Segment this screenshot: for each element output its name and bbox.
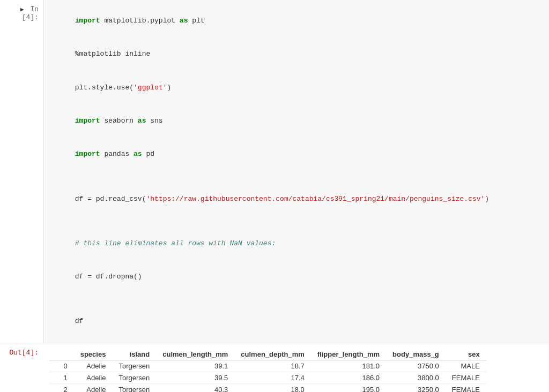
table-row: 0 Adelie Torgersen 39.1 18.7 181.0 3750.… <box>49 360 486 372</box>
code-line-blank2 <box>50 216 543 227</box>
col-header-species: species <box>74 349 113 360</box>
code-content-4[interactable]: import matplotlib.pyplot as plt %matplot… <box>43 0 549 343</box>
row-culmen-depth: 18.7 <box>234 360 310 372</box>
code-line-blank3 <box>50 294 543 305</box>
col-header-culmen-depth: culmen_depth_mm <box>234 349 310 360</box>
code-cell-4: ▶ In [4]: import matplotlib.pyplot as pl… <box>0 0 549 343</box>
code-line-blank1 <box>50 171 543 183</box>
output-content-4: species island culmen_length_mm culmen_d… <box>43 343 549 392</box>
code-line-7: # this line eliminates all rows with NaN… <box>50 227 543 260</box>
row-species: Adelie <box>74 360 113 372</box>
row-body-mass: 3750.0 <box>386 360 446 372</box>
row-index: 0 <box>49 360 74 372</box>
output-label-4: Out[4]: <box>9 349 39 357</box>
row-flipper-length: 181.0 <box>311 360 386 372</box>
code-line-1: import matplotlib.pyplot as plt <box>50 4 543 37</box>
col-header-culmen-length: culmen_length_mm <box>156 349 234 360</box>
col-header-index <box>49 349 74 360</box>
table-row: 2 Adelie Torgersen 40.3 18.0 195.0 3250.… <box>49 383 486 392</box>
cell-label-4: In [4]: <box>22 5 39 21</box>
col-header-island: island <box>112 349 156 360</box>
table-row: 1 Adelie Torgersen 39.5 17.4 186.0 3800.… <box>49 372 486 383</box>
code-line-6: df = pd.read_csv('https://raw.githubuser… <box>50 183 543 216</box>
code-line-8: df = df.dropna() <box>50 260 543 293</box>
output-gutter-4: Out[4]: <box>0 343 43 392</box>
col-header-flipper-length: flipper_length_mm <box>311 349 386 360</box>
dataframe-table: species island culmen_length_mm culmen_d… <box>49 349 486 392</box>
code-line-3: plt.style.use('ggplot') <box>50 71 543 104</box>
col-header-sex: sex <box>446 349 486 360</box>
row-island: Torgersen <box>112 360 156 372</box>
code-line-4: import seaborn as sns <box>50 104 543 138</box>
run-icon-4: ▶ <box>20 6 24 13</box>
row-culmen-length: 39.1 <box>156 360 234 372</box>
code-line-2: %matplotlib inline <box>50 37 543 71</box>
code-line-9: df <box>50 305 543 338</box>
cell-gutter-4: ▶ In [4]: <box>0 0 43 343</box>
code-line-5: import pandas as pd <box>50 138 543 171</box>
row-sex: MALE <box>446 360 486 372</box>
col-header-body-mass: body_mass_g <box>386 349 446 360</box>
output-cell-4: Out[4]: species island culmen_length_mm … <box>0 343 549 392</box>
